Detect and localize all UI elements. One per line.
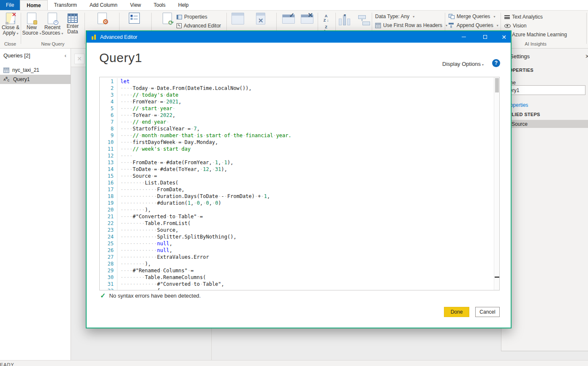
refresh-preview-button[interactable]: ⟳ [159, 13, 176, 24]
advanced-editor-icon: ✎ [177, 23, 182, 28]
tab-file[interactable]: File [0, 0, 20, 10]
group-label-close: Close [0, 41, 20, 46]
code-line: 31············#"Converted·to·Table", [100, 281, 494, 287]
code-line: 21····#"Converted·to·Table"·= [100, 213, 494, 220]
maximize-button[interactable] [479, 31, 491, 43]
keep-rows-button[interactable]: ✓ [282, 14, 295, 24]
ribbon-divider [84, 13, 85, 44]
code-line: 10····firstDayofWeek·=·Day.Monday, [100, 139, 494, 146]
dialog-title-bar[interactable]: Advanced Editor ✕ [87, 31, 511, 43]
remove-columns-button[interactable]: ✕ [256, 13, 265, 24]
formula-cancel-button[interactable]: ✕ [74, 54, 84, 64]
query-list-item[interactable]: nyc_taxi_21 [0, 65, 71, 75]
merge-queries-button[interactable]: Merge Queries [449, 14, 495, 19]
properties-icon [177, 15, 182, 19]
code-line: 17············FromDate, [100, 186, 494, 193]
code-line: 5····//·start·year· [100, 105, 494, 112]
code-line: 7····//·end·year· [100, 119, 494, 125]
sort-ascending-icon[interactable]: AZ ↓ [324, 14, 329, 22]
code-editor-lines: 1let2····Today·=·Date.From(DateTime.Loca… [100, 78, 494, 290]
table-headers-icon [375, 23, 381, 28]
recent-sources-icon [48, 13, 57, 24]
minimize-button[interactable] [457, 31, 470, 43]
code-line: 6····ToYear·=·2022, [100, 112, 494, 119]
applied-step-source[interactable]: Source [501, 120, 588, 128]
query-name-input[interactable] [500, 85, 585, 95]
group-label-new-query: New Query [21, 41, 84, 46]
vision-icon [504, 24, 511, 28]
close-button[interactable]: ✕ [498, 31, 510, 43]
syntax-status-text: No syntax errors have been detected. [109, 293, 201, 299]
abc-query-icon: ABC [3, 76, 10, 82]
append-queries-icon [449, 23, 455, 28]
panel-close-icon[interactable]: ✕ [585, 53, 588, 60]
query-list-item-selected[interactable]: ABC Query1 [0, 75, 71, 84]
check-icon: ✓ [100, 292, 106, 300]
data-type-dropdown[interactable]: Data Type: Any [375, 14, 414, 19]
new-source-button[interactable]: NewSource [22, 13, 41, 36]
code-line: 3····//·today's·date [100, 92, 494, 98]
manage-parameters-button[interactable] [126, 13, 143, 24]
code-line: 4····FromYear·=·2021, [100, 98, 494, 105]
code-line: 19············#duration(1,·0,·0,·0) [100, 200, 494, 206]
query-item-label: Query1 [13, 76, 30, 82]
tab-tools[interactable]: Tools [147, 0, 172, 10]
keep-rows-icon: ✓ [282, 14, 295, 24]
editor-scrollbar[interactable] [494, 77, 499, 290]
scrollbar-thumb[interactable] [495, 78, 499, 92]
group-by-button[interactable] [358, 15, 371, 25]
remove-rows-button[interactable]: ✕ [301, 14, 313, 24]
advanced-editor-button[interactable]: ✎ Advanced Editor [177, 23, 221, 29]
split-column-button[interactable]: ▾ [339, 15, 351, 25]
vision-button[interactable]: Vision [504, 23, 526, 29]
scrollbar-marker [495, 277, 499, 278]
display-options-dropdown[interactable]: Display Options [442, 61, 484, 67]
code-line: 2····Today·=·Date.From(DateTime.LocalNow… [100, 85, 494, 92]
code-line: 24············Splitter.SplitByNothing(), [100, 233, 494, 240]
tab-help[interactable]: Help [172, 0, 195, 10]
query-settings-panel: Query Settings ✕ PROPERTIES Name All Pro… [501, 49, 588, 351]
code-line: 13····FromDate·=·#date(FromYear,·1,·1), [100, 159, 494, 166]
properties-button[interactable]: Properties [177, 14, 207, 20]
queries-panel-title: Queries [2] [3, 52, 30, 59]
azure-machine-learning-button[interactable]: Azure Machine Learning [512, 32, 567, 38]
status-bar: READY [0, 360, 588, 366]
split-column-icon: ▾ [339, 15, 351, 25]
manage-parameters-icon [129, 13, 140, 24]
merge-queries-icon [449, 14, 455, 19]
tab-transform[interactable]: Transform [48, 0, 83, 10]
code-line: 20········), [100, 206, 494, 213]
code-line: 25············null, [100, 240, 494, 247]
choose-columns-button[interactable] [231, 13, 244, 24]
close-apply-icon: ✕ ↑ [6, 13, 15, 24]
code-line: 14····ToDate·=·#date(ToYear,·12,·31), [100, 166, 494, 173]
text-analytics-icon [504, 15, 510, 19]
code-editor[interactable]: 1let2····Today·=·Date.From(DateTime.Loca… [99, 77, 500, 290]
code-line: 27············ExtraValues.Error [100, 254, 494, 260]
close-apply-button[interactable]: ✕ ↑ Close &Apply [1, 13, 20, 36]
tab-home[interactable]: Home [20, 0, 47, 10]
done-button[interactable]: Done [444, 307, 469, 317]
preview-divider [211, 328, 212, 360]
tab-add-column[interactable]: Add Column [83, 0, 124, 10]
code-line: 30········Table.RenameColumns( [100, 274, 494, 281]
power-query-editor-window: File Home Transform Add Column View Tool… [0, 0, 588, 366]
cancel-button[interactable]: Cancel [475, 307, 500, 317]
group-by-icon [358, 15, 371, 25]
recent-sources-button[interactable]: RecentSources [42, 13, 63, 36]
data-source-settings-icon: ⚙ [98, 13, 107, 24]
append-queries-button[interactable]: Append Queries [449, 22, 498, 28]
use-first-row-as-headers-button[interactable]: Use First Row as Headers [375, 22, 447, 28]
help-icon[interactable]: ? [492, 59, 500, 67]
tab-view[interactable]: View [124, 0, 147, 10]
data-source-settings-button[interactable]: ⚙ [94, 13, 111, 24]
advanced-editor-dialog: Advanced Editor ✕ Query1 Display Options… [86, 30, 512, 328]
queries-sidebar: Queries [2] ‹ nyc_taxi_21 ABC Query1 [0, 49, 71, 360]
code-line: 29····#"Renamed·Columns"·= [100, 267, 494, 274]
remove-columns-icon: ✕ [256, 13, 265, 24]
collapse-panel-icon[interactable]: ‹ [65, 52, 66, 59]
enter-data-button[interactable]: EnterData [64, 13, 82, 35]
text-analytics-button[interactable]: Text Analytics [504, 14, 543, 20]
code-line: 28········), [100, 260, 494, 267]
ribbon-divider [21, 13, 21, 44]
